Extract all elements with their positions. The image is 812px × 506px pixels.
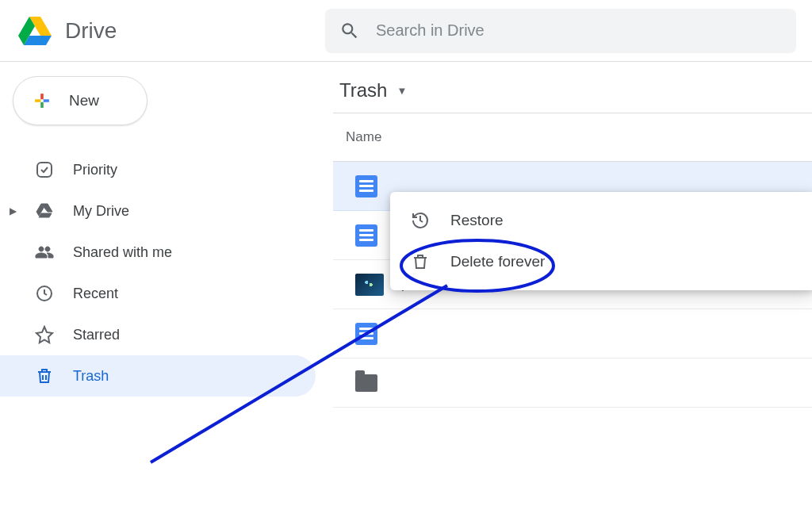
shared-icon: [35, 243, 54, 262]
image-file-icon: [355, 274, 384, 296]
sidebar-item-label: Priority: [73, 162, 117, 178]
chevron-down-icon: ▼: [396, 85, 407, 97]
context-menu-restore[interactable]: Restore: [390, 200, 812, 241]
docs-file-icon: [355, 175, 377, 197]
sidebar-item-recent[interactable]: Recent: [0, 273, 316, 314]
context-menu-label: Restore: [450, 212, 504, 229]
header: Drive: [0, 0, 812, 62]
plus-icon: [29, 88, 55, 113]
sidebar-item-starred[interactable]: Starred: [0, 314, 316, 355]
logo-area[interactable]: Drive: [16, 12, 325, 50]
column-header-name[interactable]: Name: [333, 113, 812, 161]
svg-rect-0: [37, 163, 52, 177]
recent-icon: [35, 284, 54, 303]
sidebar-item-label: Trash: [73, 368, 109, 385]
trash-icon: [35, 366, 54, 385]
docs-file-icon: [355, 323, 377, 345]
restore-icon: [411, 211, 430, 230]
file-row[interactable]: [333, 358, 812, 408]
context-menu-label: Delete forever: [450, 253, 545, 270]
starred-icon: [35, 325, 54, 344]
main-content: Trash ▼ Name pointers.jpg: [327, 62, 812, 506]
breadcrumb-label: Trash: [339, 79, 387, 102]
priority-icon: [35, 160, 54, 179]
mydrive-icon: [35, 201, 54, 220]
sidebar-item-shared[interactable]: Shared with me: [0, 232, 316, 273]
new-button[interactable]: New: [13, 76, 147, 125]
sidebar-item-priority[interactable]: Priority: [0, 149, 316, 190]
file-row[interactable]: [333, 309, 812, 358]
search-bar[interactable]: [325, 9, 796, 53]
context-menu: Restore Delete forever: [390, 192, 812, 290]
search-icon: [339, 21, 360, 41]
sidebar-item-mydrive[interactable]: ▶ My Drive: [0, 190, 316, 232]
new-button-label: New: [69, 92, 99, 109]
sidebar-item-trash[interactable]: Trash: [0, 355, 316, 397]
breadcrumb[interactable]: Trash ▼: [333, 79, 812, 113]
folder-icon: [355, 374, 377, 392]
search-input[interactable]: [376, 21, 782, 40]
sidebar-item-label: My Drive: [73, 203, 129, 220]
expand-caret-icon[interactable]: ▶: [10, 205, 17, 217]
sidebar-item-label: Shared with me: [73, 244, 172, 261]
sidebar-item-label: Starred: [73, 327, 120, 343]
app-name: Drive: [65, 18, 117, 44]
drive-logo-icon: [16, 12, 54, 50]
sidebar-item-label: Recent: [73, 286, 118, 302]
sidebar: New Priority ▶ My Drive Shared with me: [0, 62, 327, 506]
delete-forever-icon: [411, 252, 430, 271]
docs-file-icon: [355, 224, 377, 247]
context-menu-delete-forever[interactable]: Delete forever: [390, 241, 812, 282]
